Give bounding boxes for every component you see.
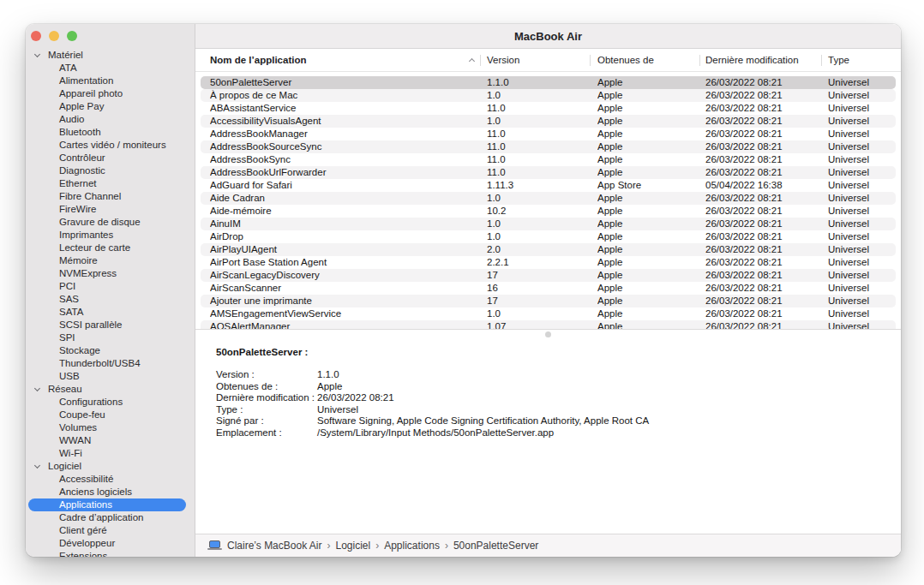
sidebar-item-fibre-channel[interactable]: Fibre Channel — [26, 190, 195, 203]
sidebar-item-nvmexpress[interactable]: NVMExpress — [26, 267, 195, 280]
sidebar-item-alimentation[interactable]: Alimentation — [26, 75, 195, 87]
sidebar-item-ata[interactable]: ATA — [26, 62, 195, 75]
sidebar-item-appareil-photo[interactable]: Appareil photo — [26, 87, 195, 100]
table-row-50onpaletteserver[interactable]: 50onPaletteServer1.1.0Apple26/03/2022 08… — [195, 76, 901, 89]
sidebar-item-coupe-feu[interactable]: Coupe-feu — [26, 409, 195, 421]
sidebar-item-apple-pay[interactable]: Apple Pay — [26, 100, 195, 113]
table-row-addressbooksync[interactable]: AddressBookSync11.0Apple26/03/2022 08:21… — [195, 153, 901, 166]
table-row-adguard-for-safari[interactable]: AdGuard for Safari1.11.3App Store05/04/2… — [195, 179, 901, 192]
cell-source: Apple — [597, 320, 700, 329]
sidebar-item-lecteur-de-carte[interactable]: Lecteur de carte — [26, 242, 195, 254]
table-row-addressbookmanager[interactable]: AddressBookManager11.0Apple26/03/2022 08… — [195, 128, 901, 140]
status-bar: Claire’s MacBook Air›Logiciel›Applicatio… — [195, 534, 901, 557]
cell-type: Universel — [828, 243, 895, 256]
split-divider — [195, 329, 901, 330]
table-row-airdrop[interactable]: AirDrop1.0Apple26/03/2022 08:21Universel — [195, 230, 901, 243]
table-row-airscanscanner[interactable]: AirScanScanner16Apple26/03/2022 08:21Uni… — [195, 282, 901, 295]
sidebar-section-logiciel[interactable]: Logiciel — [26, 460, 195, 473]
cell-type: Universel — [828, 179, 895, 192]
sidebar-item-spi[interactable]: SPI — [26, 331, 195, 344]
table-row-airport-base-station-agent[interactable]: AirPort Base Station Agent2.2.1Apple26/0… — [195, 256, 901, 269]
sidebar-item-wwan[interactable]: WWAN — [26, 434, 195, 447]
sidebar-section-reseau[interactable]: Réseau — [26, 383, 195, 396]
sidebar-item-configurations[interactable]: Configurations — [26, 396, 195, 409]
sidebar-item-volumes[interactable]: Volumes — [26, 421, 195, 434]
sidebar-item-thunderbolt-usb4[interactable]: Thunderbolt/USB4 — [26, 357, 195, 370]
column-header-type[interactable]: Type — [828, 49, 849, 72]
sidebar-item-gravure-de-disque[interactable]: Gravure de disque — [26, 216, 195, 229]
cell-name: AirScanScanner — [210, 282, 481, 295]
sidebar-category-list[interactable]: MatérielATAAlimentationAppareil photoApp… — [26, 49, 195, 557]
cell-source: Apple — [597, 218, 700, 230]
breadcrumb-separator: › — [375, 540, 379, 552]
sidebar-item-diagnostic[interactable]: Diagnostic — [26, 164, 195, 177]
sidebar-item-developpeur[interactable]: Développeur — [26, 537, 195, 550]
sidebar-item-sata[interactable]: SATA — [26, 306, 195, 319]
sidebar: MatérielATAAlimentationAppareil photoApp… — [26, 24, 195, 557]
detail-label: Version : — [216, 369, 255, 381]
column-header-nom-de-l-application[interactable]: Nom de l’application — [210, 49, 306, 72]
sidebar-item-stockage[interactable]: Stockage — [26, 344, 195, 357]
table-row-accessibilityvisualsagent[interactable]: AccessibilityVisualsAgent1.0Apple26/03/2… — [195, 115, 901, 128]
sidebar-item-extensions[interactable]: Extensions — [26, 550, 195, 557]
table-row-ainuim[interactable]: AinuIM1.0Apple26/03/2022 08:21Universel — [195, 218, 901, 230]
cell-source: App Store — [597, 179, 700, 192]
cell-modified: 26/03/2022 08:21 — [705, 128, 824, 140]
table-row-amsengagementviewservice[interactable]: AMSEngagementViewService1.0Apple26/03/20… — [195, 307, 901, 320]
minimize-button[interactable] — [49, 31, 59, 41]
breadcrumb-item-applications: Applications — [384, 540, 440, 552]
sidebar-item-pci[interactable]: PCI — [26, 280, 195, 293]
sidebar-item-sas[interactable]: SAS — [26, 293, 195, 306]
column-header-version[interactable]: Version — [487, 49, 519, 72]
sidebar-item-cadre-d-application[interactable]: Cadre d’application — [26, 511, 195, 524]
sidebar-item-memoire[interactable]: Mémoire — [26, 254, 195, 267]
table-row-airplayuiagent[interactable]: AirPlayUIAgent2.0Apple26/03/2022 08:21Un… — [195, 243, 901, 256]
detail-fields: Version :1.1.0Obtenues de :AppleDernière… — [195, 369, 892, 439]
cell-type: Universel — [828, 282, 895, 295]
column-divider — [590, 55, 591, 66]
column-header-obtenues-de[interactable]: Obtenues de — [597, 49, 654, 72]
sidebar-item-imprimantes[interactable]: Imprimantes — [26, 229, 195, 242]
table-row-aide-cadran[interactable]: Aide Cadran1.0Apple26/03/2022 08:21Unive… — [195, 192, 901, 205]
macbook-icon — [207, 540, 222, 552]
table-row-airscanlegacydiscovery[interactable]: AirScanLegacyDiscovery17Apple26/03/2022 … — [195, 269, 901, 282]
sidebar-item-firewire[interactable]: FireWire — [26, 203, 195, 216]
sidebar-item-client-gere[interactable]: Client géré — [26, 524, 195, 537]
zoom-button[interactable] — [67, 31, 77, 41]
detail-value: 1.1.0 — [317, 369, 339, 381]
sidebar-item-usb[interactable]: USB — [26, 370, 195, 383]
table-row-addressbooksourcesync[interactable]: AddressBookSourceSync11.0Apple26/03/2022… — [195, 140, 901, 153]
close-button[interactable] — [31, 31, 41, 41]
cell-type: Universel — [828, 205, 895, 218]
cell-type: Universel — [828, 307, 895, 320]
cell-source: Apple — [597, 140, 700, 153]
sidebar-item-wi-fi[interactable]: Wi-Fi — [26, 447, 195, 460]
sidebar-item-bluetooth[interactable]: Bluetooth — [26, 126, 195, 139]
cell-name: AddressBookSync — [210, 153, 481, 166]
splitter-handle[interactable] — [545, 331, 551, 337]
table-row-abassistantservice[interactable]: ABAssistantService11.0Apple26/03/2022 08… — [195, 102, 901, 115]
sidebar-item-anciens-logiciels[interactable]: Anciens logiciels — [26, 486, 195, 498]
detail-value: 26/03/2022 08:21 — [317, 392, 394, 404]
detail-label: Emplacement : — [216, 427, 282, 439]
cell-source: Apple — [597, 166, 700, 179]
cell-modified: 26/03/2022 08:21 — [705, 269, 824, 282]
table-row-aosalertmanager[interactable]: AOSAlertManager1.07Apple26/03/2022 08:21… — [195, 320, 901, 329]
sidebar-item-accessibilite[interactable]: Accessibilité — [26, 473, 195, 486]
table-row-addressbookurlforwarder[interactable]: AddressBookUrlForwarder11.0Apple26/03/20… — [195, 166, 901, 179]
table-row-ajouter-une-imprimante[interactable]: Ajouter une imprimante17Apple26/03/2022 … — [195, 295, 901, 307]
table-row-aide-memoire[interactable]: Aide-mémoire10.2Apple26/03/2022 08:21Uni… — [195, 205, 901, 218]
column-divider — [821, 55, 822, 66]
sidebar-item-scsi-parallele[interactable]: SCSI parallèle — [26, 319, 195, 331]
sidebar-item-ethernet[interactable]: Ethernet — [26, 177, 195, 190]
cell-source: Apple — [597, 269, 700, 282]
sidebar-item-audio[interactable]: Audio — [26, 113, 195, 126]
sidebar-section-materiel[interactable]: Matériel — [26, 49, 195, 62]
sidebar-item-applications[interactable]: Applications — [28, 498, 186, 511]
sidebar-item-controleur[interactable]: Contrôleur — [26, 152, 195, 164]
sidebar-item-cartes-video-moniteurs[interactable]: Cartes vidéo / moniteurs — [26, 139, 195, 152]
column-header-derniere-modification[interactable]: Dernière modification — [705, 49, 799, 72]
application-table[interactable]: 50onPaletteServer1.1.0Apple26/03/2022 08… — [195, 76, 901, 329]
detail-value: Software Signing, Apple Code Signing Cer… — [317, 415, 649, 427]
table-row-a-propos-de-ce-mac[interactable]: À propos de ce Mac1.0Apple26/03/2022 08:… — [195, 89, 901, 102]
